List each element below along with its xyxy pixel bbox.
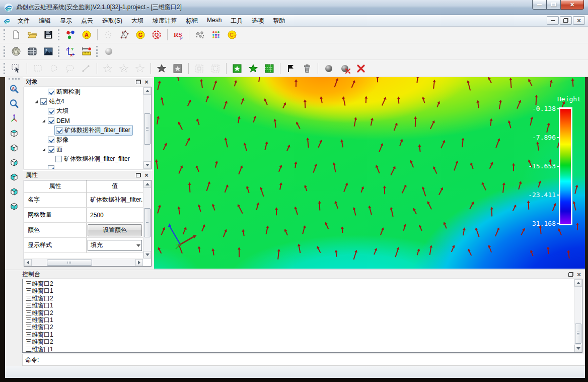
select-polygon-icon[interactable] bbox=[47, 62, 61, 75]
zoom-label-icon[interactable]: A bbox=[7, 82, 21, 96]
command-row[interactable]: 命令: bbox=[22, 354, 585, 366]
tree-expander-icon[interactable] bbox=[40, 119, 47, 122]
scroll-right-button[interactable] bbox=[135, 259, 143, 266]
scroll-up-button[interactable] bbox=[143, 87, 151, 95]
tree-checkbox[interactable] bbox=[55, 156, 62, 162]
tree-item-1[interactable]: 断面检测 bbox=[24, 87, 143, 97]
sphere-icon[interactable] bbox=[102, 45, 116, 58]
tree-checkbox[interactable] bbox=[48, 89, 54, 95]
star-dark-icon[interactable] bbox=[155, 62, 169, 75]
circle-q-icon[interactable]: Q bbox=[150, 28, 164, 41]
properties-hscrollbar[interactable] bbox=[24, 259, 143, 266]
tree-checkbox[interactable] bbox=[48, 165, 54, 169]
menu-item-11[interactable]: 选项 bbox=[247, 15, 268, 27]
atom-cluster-icon[interactable] bbox=[193, 28, 207, 41]
scroll-up-button[interactable] bbox=[574, 279, 582, 287]
scroll-thumb[interactable] bbox=[575, 324, 581, 344]
flag-icon[interactable] bbox=[284, 62, 298, 75]
select-cursor-icon[interactable] bbox=[9, 62, 23, 75]
console-panel-close-button[interactable]: × bbox=[575, 271, 583, 278]
menu-item-10[interactable]: 工具 bbox=[226, 15, 247, 27]
green-star-icon[interactable] bbox=[246, 62, 260, 75]
scroll-down-button[interactable] bbox=[143, 251, 151, 259]
tree-checkbox[interactable] bbox=[48, 137, 54, 143]
measure-ruler-icon[interactable] bbox=[80, 45, 94, 58]
registration-icon[interactable] bbox=[63, 28, 78, 41]
mdi-restore-button[interactable] bbox=[560, 16, 572, 25]
grid-table-icon[interactable] bbox=[25, 45, 39, 58]
c2-icon[interactable]: C2 bbox=[225, 28, 239, 41]
select-rect-icon[interactable] bbox=[31, 62, 45, 75]
tree-item-4[interactable]: DEM bbox=[24, 116, 143, 125]
new-file-icon[interactable] bbox=[9, 28, 23, 41]
tree-checkbox[interactable] bbox=[48, 117, 54, 124]
view-cube-front-icon[interactable] bbox=[7, 140, 21, 155]
view-cube-top-icon[interactable] bbox=[7, 125, 21, 140]
maximize-button[interactable] bbox=[547, 0, 561, 10]
scroll-thumb[interactable] bbox=[144, 208, 151, 237]
rsp-icon[interactable]: RSp bbox=[171, 28, 185, 41]
annotation-a-icon[interactable]: A bbox=[80, 28, 94, 41]
georeference-g-icon[interactable]: G bbox=[133, 28, 148, 41]
axis-zyx-icon[interactable]: ZYX bbox=[63, 45, 78, 58]
close-button[interactable]: × bbox=[561, 0, 584, 10]
tree-item-clipped[interactable] bbox=[24, 164, 143, 169]
star-dots-icon[interactable] bbox=[117, 62, 131, 75]
mdi-close-button[interactable]: × bbox=[573, 16, 585, 25]
mesh-wireframe-icon[interactable] bbox=[117, 28, 131, 41]
display-style-dropdown[interactable]: 填充 bbox=[88, 240, 142, 251]
tree-item-2[interactable]: 站点4 bbox=[24, 97, 143, 106]
box-select-in-icon[interactable] bbox=[192, 62, 206, 75]
objects-panel-float-button[interactable] bbox=[134, 79, 142, 86]
tree-checkbox[interactable] bbox=[48, 146, 54, 153]
select-line-icon[interactable] bbox=[79, 62, 93, 75]
scroll-thumb[interactable] bbox=[47, 260, 92, 266]
menu-item-5[interactable]: 选取(S) bbox=[98, 15, 127, 27]
star-box-icon[interactable] bbox=[171, 62, 185, 75]
tree-item-7[interactable]: 面 bbox=[24, 145, 143, 154]
view-cube-right-icon[interactable] bbox=[7, 155, 21, 169]
delete-x-icon[interactable] bbox=[354, 62, 368, 75]
tree-item-6[interactable]: 影像 bbox=[24, 135, 143, 145]
tree-checkbox[interactable] bbox=[56, 127, 62, 134]
mdi-minimize-button[interactable] bbox=[547, 16, 559, 25]
select-lasso-icon[interactable] bbox=[63, 62, 77, 75]
menu-item-4[interactable]: 点云 bbox=[77, 15, 98, 27]
polyhedron-icon[interactable] bbox=[9, 45, 23, 58]
menu-item-9[interactable]: Mesh bbox=[202, 15, 226, 27]
scroll-up-button[interactable] bbox=[143, 180, 151, 188]
scroll-left-button[interactable] bbox=[24, 259, 32, 266]
minimize-button[interactable] bbox=[532, 0, 547, 10]
view-cube-bottom-icon[interactable] bbox=[7, 199, 21, 213]
tree-checkbox[interactable] bbox=[40, 98, 47, 105]
image-view-icon[interactable] bbox=[41, 45, 55, 58]
properties-panel-float-button[interactable] bbox=[134, 172, 142, 179]
tree-expander-icon[interactable] bbox=[40, 148, 47, 151]
tree-checkbox[interactable] bbox=[48, 108, 54, 114]
view-cube-back-icon[interactable] bbox=[7, 169, 21, 184]
menu-item-3[interactable]: 显示 bbox=[55, 15, 77, 27]
objects-panel-close-button[interactable]: × bbox=[142, 79, 151, 86]
set-color-button[interactable]: 设置颜色 bbox=[88, 224, 142, 236]
menu-item-8[interactable]: 标靶 bbox=[181, 15, 202, 27]
menu-item-6[interactable]: 大坝 bbox=[127, 15, 148, 27]
green-grid-icon[interactable] bbox=[262, 62, 276, 75]
zoom-icon[interactable] bbox=[7, 96, 21, 111]
scroll-down-button[interactable] bbox=[143, 161, 151, 169]
viewport-3d[interactable]: Height -0.138-7.896-15.653-23.411-31.168 bbox=[154, 77, 585, 270]
view-cube-left-icon[interactable] bbox=[7, 184, 21, 199]
menu-item-1[interactable]: 文件 bbox=[13, 15, 34, 27]
console-scrollbar[interactable] bbox=[574, 279, 582, 352]
tree-item-5[interactable]: 矿体数据补洞_filter_filter bbox=[24, 125, 143, 135]
menu-item-12[interactable]: 帮助 bbox=[268, 15, 289, 27]
axis-tripod-icon[interactable] bbox=[7, 111, 21, 125]
box-select-out-icon[interactable] bbox=[208, 62, 223, 75]
properties-panel-close-button[interactable]: × bbox=[142, 172, 151, 179]
green-star-box-icon[interactable] bbox=[230, 62, 244, 75]
tree-item-3[interactable]: 大坝 bbox=[24, 106, 143, 116]
save-file-icon[interactable] bbox=[41, 28, 55, 41]
sphere-dark-icon[interactable] bbox=[322, 62, 336, 75]
scroll-down-button[interactable] bbox=[574, 345, 582, 352]
console-panel-float-button[interactable] bbox=[567, 271, 575, 278]
color-grid-icon[interactable] bbox=[209, 28, 223, 41]
